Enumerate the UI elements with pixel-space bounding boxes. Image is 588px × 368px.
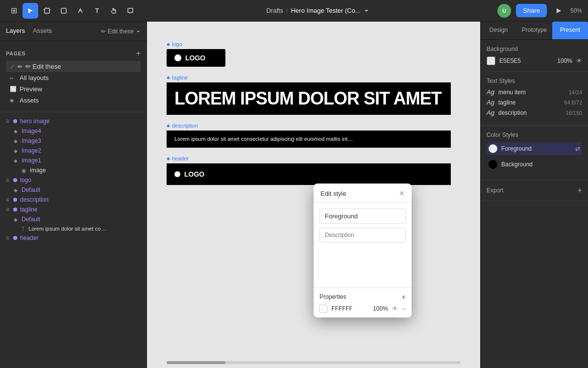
modal-prop-header: Properties + [319,293,406,301]
layer-hero-image[interactable]: ≡ hero image [0,116,147,126]
tab-prototype[interactable]: Prototype [516,22,552,39]
pages-add-button[interactable]: + [136,49,141,58]
sidebar-tabs: Layers Assets ✏ Edit these [0,22,147,41]
layer-label-header: header [20,235,38,241]
page-item-preview[interactable]: ⬜ Preview [6,83,141,95]
ts-menu-item-label: menu item [498,89,565,96]
svg-rect-0 [45,8,49,13]
canvas-tagline-section: tagline LOREM IPSUM DOLOR SIT AMET CONSE [167,75,461,115]
prop-eye-icon[interactable]: 👁 [392,305,398,312]
text-tool[interactable]: T [89,3,105,19]
left-sidebar: Layers Assets ✏ Edit these Pages + ✓ ✏ ✏… [0,22,147,368]
prop-minus-button[interactable]: − [402,305,406,313]
layer-label-image1: Image1 [22,157,41,164]
background-swatch[interactable] [487,56,495,65]
pages-section: Pages + ✓ ✏ ✏ Edit these •• All layouts … [0,45,147,108]
layer-image1[interactable]: ◆ Image1 [0,156,147,165]
layer-image2[interactable]: ◆ Image2 [0,146,147,156]
background-cs-swatch [489,160,497,169]
background-title: Background [487,46,582,53]
page-label-edit: ✏ Edit these [25,63,61,70]
canvas-scrollbar[interactable] [167,361,461,364]
tab-assets[interactable]: Assets [33,25,52,37]
layer-label-image: image [30,167,46,174]
layer-label-tagline-default: Default [22,216,40,223]
modal-properties: Properties + FFFFFF 100% 👁 − [314,288,412,317]
export-label: Export [487,187,504,194]
modal-description-input[interactable] [319,228,406,242]
export-row: Export + [487,186,582,195]
layer-image4[interactable]: ◆ Image4 [0,126,147,136]
home-tool[interactable]: ⊞ [6,3,22,19]
right-sidebar: Design Prototype Present Background E5E5… [480,22,588,368]
pen-tool[interactable] [73,3,88,19]
edit-these-button[interactable]: ✏ Edit these [101,28,141,35]
layer-image3[interactable]: ◆ Image3 [0,136,147,146]
page-item-layouts[interactable]: •• All layouts [6,72,141,83]
sidebar-content: Pages + ✓ ✏ ✏ Edit these •• All layouts … [0,41,147,368]
text-style-menu-item: Ag menu item 14/24 [487,88,582,96]
text-style-tagline: Ag tagline 64.8/72 [487,99,582,106]
layer-lorem-text[interactable]: T Lorem ipsum dolor sit amet consectetur [0,224,147,233]
page-label-preview: Preview [20,85,42,93]
layer-label-image3: Image3 [22,137,41,144]
foreground-label: Foreground [501,145,571,152]
comment-tool[interactable] [122,3,138,19]
tool-group-main: ⊞ T [6,3,138,19]
frame-tool[interactable] [39,3,55,19]
layer-logo[interactable]: ≡ logo [0,175,147,185]
layer-label-image2: Image2 [22,147,41,154]
layer-label-image4: Image4 [22,128,41,134]
color-style-foreground[interactable]: Foreground ⇄ [487,142,582,155]
layer-header[interactable]: ≡ header [0,233,147,243]
play-button[interactable] [552,4,565,18]
zoom-level[interactable]: 50% [570,7,582,14]
shape-tool[interactable] [56,3,72,19]
canvas-description-section: description Lorem ipsum dolor sit amet c… [167,123,461,148]
canvas[interactable]: logo LOGO tagline LOREM IPSUM DOLOR SIT … [147,22,480,368]
modal-name-input[interactable] [319,209,406,224]
file-name: Hero Image Tester (Co... [291,7,361,14]
page-item-edit[interactable]: ✓ ✏ ✏ Edit these [6,61,141,72]
background-eye-icon[interactable]: 👁 [576,57,582,64]
modal-prop-add-button[interactable]: + [402,293,406,301]
tab-design[interactable]: Design [481,22,516,39]
ts-description-label: description [498,109,563,116]
user-avatar: U [497,4,511,18]
layer-label-description: description [20,196,49,203]
text-styles-section: Text Styles Ag menu item 14/24 Ag taglin… [481,72,588,126]
layer-tagline[interactable]: ≡ tagline [0,205,147,214]
canvas-header-box: LOGO [167,163,451,185]
export-add-button[interactable]: + [578,186,582,195]
modal-body [314,203,412,288]
canvas-logo-section: logo LOGO [167,41,461,67]
right-sidebar-tabs: Design Prototype Present [481,22,588,40]
canvas-tagline-text: LOREM IPSUM DOLOR SIT AMET CONSE [174,88,443,109]
layer-logo-default[interactable]: ◆ Default [0,185,147,195]
hand-tool[interactable] [106,3,122,19]
share-button[interactable]: Share [516,4,547,17]
cursor-tool[interactable] [23,3,38,19]
canvas-description-label: description [167,123,461,129]
prop-color-swatch[interactable] [319,305,327,313]
canvas-header-text: LOGO [184,170,204,178]
canvas-desc-box: Lorem ipsum dolor sit amet consectetur a… [167,131,451,148]
page-item-assets[interactable]: ◆ Assets [6,95,141,106]
text-styles-title: Text Styles [487,78,582,84]
tab-present[interactable]: Present [552,22,588,39]
foreground-edit-icon[interactable]: ⇄ [575,145,580,152]
topbar-left: ⊞ T [6,3,138,19]
color-style-background[interactable]: Background [487,158,582,171]
background-color-value: E5E5E5 [499,57,553,64]
modal-close-button[interactable]: ✕ [399,189,405,197]
canvas-logo-text: LOGO [185,54,205,62]
layer-image[interactable]: ▣ image [0,165,147,175]
prop-opacity-value: 100% [373,305,388,312]
background-cs-label: Background [501,161,580,168]
layer-tagline-default[interactable]: ◆ Default [0,214,147,224]
canvas-header-dot [174,171,180,177]
layer-description[interactable]: ≡ description [0,195,147,205]
modal-header: Edit style ✕ [314,184,412,203]
ts-tagline-size: 64.8/72 [564,100,582,105]
tab-layers[interactable]: Layers [6,25,25,37]
